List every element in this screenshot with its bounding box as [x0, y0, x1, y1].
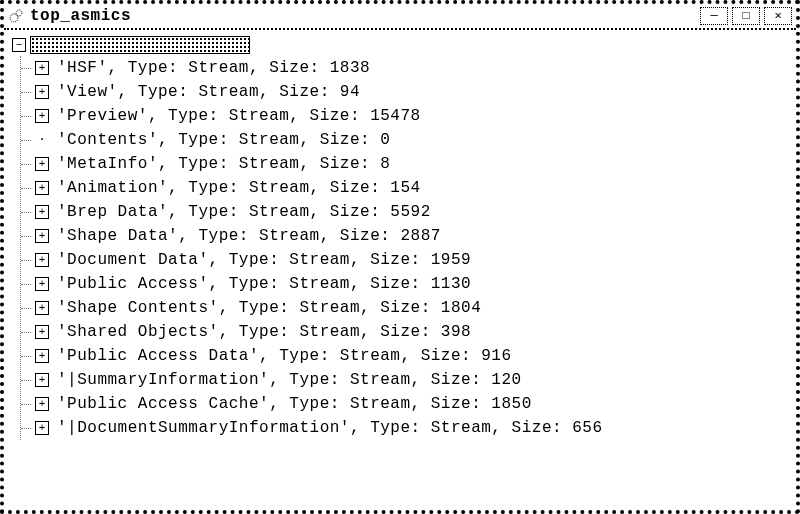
expand-icon[interactable]: + [35, 109, 49, 123]
tree-node[interactable]: +'MetaInfo', Type: Stream, Size: 8 [21, 152, 786, 176]
tree-children: +'HSF', Type: Stream, Size: 1838+'View',… [20, 56, 786, 440]
tree-node-label: 'MetaInfo', Type: Stream, Size: 8 [57, 155, 390, 173]
tree-node[interactable]: +'Public Access', Type: Stream, Size: 11… [21, 272, 786, 296]
expand-icon[interactable]: + [35, 373, 49, 387]
tree-node-label: 'Brep Data', Type: Stream, Size: 5592 [57, 203, 431, 221]
tree-node[interactable]: +'Brep Data', Type: Stream, Size: 5592 [21, 200, 786, 224]
leaf-icon: · [35, 133, 49, 147]
tree-node-label: '|SummaryInformation', Type: Stream, Siz… [57, 371, 522, 389]
tree-node[interactable]: +'Animation', Type: Stream, Size: 154 [21, 176, 786, 200]
tree-node[interactable]: +'Public Access Data', Type: Stream, Siz… [21, 344, 786, 368]
titlebar: top_asmics — □ ✕ [4, 4, 796, 30]
tree-root-row[interactable]: − [12, 36, 786, 54]
expand-icon[interactable]: + [35, 421, 49, 435]
tree-view: − +'HSF', Type: Stream, Size: 1838+'View… [4, 30, 796, 446]
collapse-icon[interactable]: − [12, 38, 26, 52]
expand-icon[interactable]: + [35, 301, 49, 315]
expand-icon[interactable]: + [35, 85, 49, 99]
tree-node[interactable]: +'Shape Data', Type: Stream, Size: 2887 [21, 224, 786, 248]
expand-icon[interactable]: + [35, 157, 49, 171]
minimize-icon: — [710, 10, 717, 22]
tree-node[interactable]: +'View', Type: Stream, Size: 94 [21, 80, 786, 104]
app-window: top_asmics — □ ✕ − +'HSF', Type: Stream,… [0, 0, 800, 514]
tree-node-label: 'Shared Objects', Type: Stream, Size: 39… [57, 323, 471, 341]
tree-node[interactable]: +'Document Data', Type: Stream, Size: 19… [21, 248, 786, 272]
tree-node-label: 'Shape Contents', Type: Stream, Size: 18… [57, 299, 481, 317]
close-button[interactable]: ✕ [764, 7, 792, 25]
tree-node[interactable]: +'Public Access Cache', Type: Stream, Si… [21, 392, 786, 416]
tree-node[interactable]: +'|DocumentSummaryInformation', Type: St… [21, 416, 786, 440]
expand-icon[interactable]: + [35, 253, 49, 267]
minimize-button[interactable]: — [700, 7, 728, 25]
tree-node-label: 'View', Type: Stream, Size: 94 [57, 83, 360, 101]
tree-node-label: 'Public Access', Type: Stream, Size: 113… [57, 275, 471, 293]
tree-node-label: 'Shape Data', Type: Stream, Size: 2887 [57, 227, 441, 245]
tree-node-label: 'Preview', Type: Stream, Size: 15478 [57, 107, 421, 125]
tree-node-label: '|DocumentSummaryInformation', Type: Str… [57, 419, 602, 437]
window-title: top_asmics [30, 7, 131, 25]
tree-node-label: 'Animation', Type: Stream, Size: 154 [57, 179, 421, 197]
expand-icon[interactable]: + [35, 277, 49, 291]
tree-node[interactable]: +'Preview', Type: Stream, Size: 15478 [21, 104, 786, 128]
tree-node[interactable]: +'Shared Objects', Type: Stream, Size: 3… [21, 320, 786, 344]
tree-node[interactable]: +'Shape Contents', Type: Stream, Size: 1… [21, 296, 786, 320]
tree-node[interactable]: ·'Contents', Type: Stream, Size: 0 [21, 128, 786, 152]
root-node-label [30, 36, 250, 54]
expand-icon[interactable]: + [35, 181, 49, 195]
tree-node[interactable]: +'HSF', Type: Stream, Size: 1838 [21, 56, 786, 80]
tree-node-label: 'Public Access Data', Type: Stream, Size… [57, 347, 512, 365]
app-icon [8, 8, 24, 24]
expand-icon[interactable]: + [35, 205, 49, 219]
tree-node-label: 'Document Data', Type: Stream, Size: 195… [57, 251, 471, 269]
tree-node[interactable]: +'|SummaryInformation', Type: Stream, Si… [21, 368, 786, 392]
close-icon: ✕ [774, 10, 781, 22]
svg-point-1 [16, 10, 22, 16]
expand-icon[interactable]: + [35, 349, 49, 363]
maximize-icon: □ [742, 10, 749, 22]
maximize-button[interactable]: □ [732, 7, 760, 25]
expand-icon[interactable]: + [35, 397, 49, 411]
tree-node-label: 'Public Access Cache', Type: Stream, Siz… [57, 395, 532, 413]
expand-icon[interactable]: + [35, 325, 49, 339]
expand-icon[interactable]: + [35, 229, 49, 243]
tree-node-label: 'HSF', Type: Stream, Size: 1838 [57, 59, 370, 77]
tree-node-label: 'Contents', Type: Stream, Size: 0 [57, 131, 390, 149]
expand-icon[interactable]: + [35, 61, 49, 75]
